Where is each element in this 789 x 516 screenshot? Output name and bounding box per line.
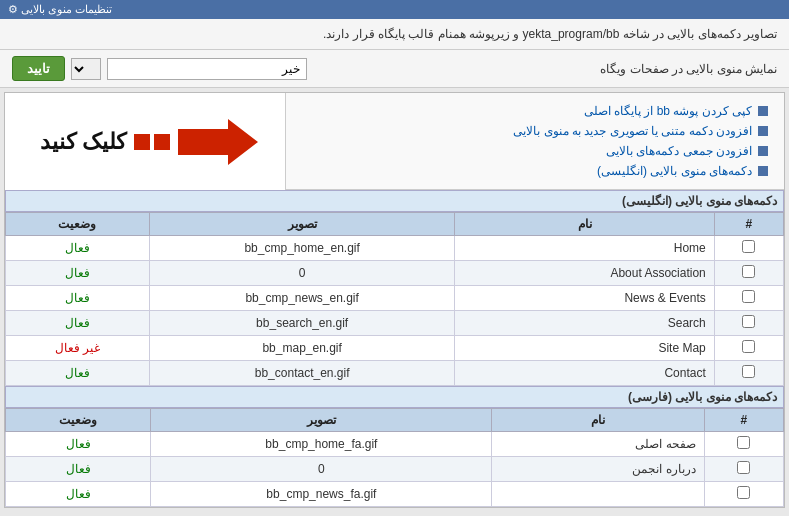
action-main-area: کپی کردن پوشه bb از پایگاه اصلی افزودن د… [5, 93, 784, 190]
col-name: نام [492, 409, 704, 432]
image-cell: bb_map_en.gif [149, 336, 455, 361]
checkbox-cell[interactable] [704, 482, 783, 507]
table-row: News & Events bb_cmp_news_en.gif فعال [6, 286, 784, 311]
action-link-copy[interactable]: کپی کردن پوشه bb از پایگاه اصلی [584, 104, 752, 118]
bullet-icon [758, 126, 768, 136]
click-prompt-area: کلیک کنید [5, 93, 285, 190]
table-row: Search bb_search_en.gif فعال [6, 311, 784, 336]
status-cell: فعال [6, 236, 150, 261]
status-cell: فعال [6, 432, 151, 457]
red-squares [134, 134, 170, 150]
table-row: Home bb_cmp_home_en.gif فعال [6, 236, 784, 261]
row-checkbox[interactable] [742, 290, 755, 303]
action-link-english[interactable]: دکمه‌های منوی بالایی (انگلیسی) [597, 164, 752, 178]
persian-section-title: دکمه‌های منوی بالایی (فارسی) [5, 386, 784, 408]
action-item-copy[interactable]: کپی کردن پوشه bb از پایگاه اصلی [302, 101, 768, 121]
english-section: دکمه‌های منوی بالایی (انگلیسی) # نام تصو… [5, 190, 784, 386]
checkbox-cell[interactable] [714, 361, 783, 386]
image-cell: bb_cmp_home_en.gif [149, 236, 455, 261]
name-cell: About Association [455, 261, 714, 286]
name-cell: Search [455, 311, 714, 336]
status-cell: غیر فعال [6, 336, 150, 361]
col-image: تصویر [151, 409, 492, 432]
action-item-add-group[interactable]: افزودن جمعی دکمه‌های بالایی [302, 141, 768, 161]
persian-table-header: # نام تصویر وضعیت [6, 409, 784, 432]
status-cell: فعال [6, 311, 150, 336]
status-cell: فعال [6, 482, 151, 507]
english-section-title: دکمه‌های منوی بالایی (انگلیسی) [5, 190, 784, 212]
status-cell: فعال [6, 286, 150, 311]
col-image: تصویر [149, 213, 455, 236]
control-input[interactable] [107, 58, 307, 80]
image-cell: bb_cmp_news_fa.gif [151, 482, 492, 507]
image-cell: bb_search_en.gif [149, 311, 455, 336]
svg-marker-0 [178, 119, 258, 165]
gear-icon: ⚙ [8, 3, 18, 15]
table-row: Contact bb_contact_en.gif فعال [6, 361, 784, 386]
checkbox-cell[interactable] [714, 236, 783, 261]
name-cell: Contact [455, 361, 714, 386]
action-list: کپی کردن پوشه bb از پایگاه اصلی افزودن د… [285, 93, 784, 190]
image-cell: 0 [151, 457, 492, 482]
name-cell: News & Events [455, 286, 714, 311]
arrow-right-icon [178, 117, 258, 167]
table-row: صفحه اصلی bb_cmp_home_fa.gif فعال [6, 432, 784, 457]
red-square-1 [134, 134, 150, 150]
status-cell: فعال [6, 457, 151, 482]
action-link-add-group[interactable]: افزودن جمعی دکمه‌های بالایی [606, 144, 752, 158]
table-row: About Association 0 فعال [6, 261, 784, 286]
col-status: وضعیت [6, 409, 151, 432]
row-checkbox[interactable] [742, 240, 755, 253]
top-bar-label: تنظیمات منوی بالایی [21, 3, 112, 15]
name-cell: Site Map [455, 336, 714, 361]
checkbox-cell[interactable] [704, 457, 783, 482]
row-checkbox[interactable] [742, 340, 755, 353]
checkbox-cell[interactable] [714, 261, 783, 286]
row-checkbox[interactable] [742, 315, 755, 328]
checkbox-cell[interactable] [704, 432, 783, 457]
english-table-header: # نام تصویر وضعیت [6, 213, 784, 236]
image-cell: bb_cmp_home_fa.gif [151, 432, 492, 457]
persian-table: # نام تصویر وضعیت صفحه اصلی bb_cmp_home_… [5, 408, 784, 507]
row-checkbox[interactable] [742, 265, 755, 278]
action-item-english[interactable]: دکمه‌های منوی بالایی (انگلیسی) [302, 161, 768, 181]
image-cell: bb_cmp_news_en.gif [149, 286, 455, 311]
persian-section: دکمه‌های منوی بالایی (فارسی) # نام تصویر… [5, 386, 784, 507]
control-right: تایید [12, 56, 307, 81]
name-cell [492, 482, 704, 507]
row-checkbox[interactable] [737, 436, 750, 449]
table-row: bb_cmp_news_fa.gif فعال [6, 482, 784, 507]
control-select[interactable] [71, 58, 101, 80]
action-item-add-image[interactable]: افزودن دکمه متنی یا تصویری جدید به منوی … [302, 121, 768, 141]
row-checkbox[interactable] [737, 461, 750, 474]
bullet-icon [758, 106, 768, 116]
col-num: # [714, 213, 783, 236]
col-status: وضعیت [6, 213, 150, 236]
red-square-2 [154, 134, 170, 150]
checkbox-cell[interactable] [714, 336, 783, 361]
bullet-icon [758, 166, 768, 176]
top-bar: ⚙ تنظیمات منوی بالایی [0, 0, 789, 19]
table-row: درباره انجمن 0 فعال [6, 457, 784, 482]
control-row: نمایش منوی بالایی در صفحات ویگاه تایید [0, 50, 789, 88]
row-checkbox[interactable] [737, 486, 750, 499]
checkbox-cell[interactable] [714, 311, 783, 336]
checkbox-cell[interactable] [714, 286, 783, 311]
info-row: تصاویر دکمه‌های بالایی در شاخه yekta_pro… [0, 19, 789, 50]
action-link-add-image[interactable]: افزودن دکمه متنی یا تصویری جدید به منوی … [513, 124, 752, 138]
name-cell: صفحه اصلی [492, 432, 704, 457]
status-cell: فعال [6, 261, 150, 286]
name-cell: Home [455, 236, 714, 261]
row-checkbox[interactable] [742, 365, 755, 378]
click-prompt-text: کلیک کنید [40, 129, 126, 155]
image-cell: 0 [149, 261, 455, 286]
name-cell: درباره انجمن [492, 457, 704, 482]
confirm-button[interactable]: تایید [12, 56, 65, 81]
info-text: تصاویر دکمه‌های بالایی در شاخه yekta_pro… [323, 27, 777, 41]
control-label: نمایش منوی بالایی در صفحات ویگاه [600, 62, 777, 76]
bullet-icon [758, 146, 768, 156]
col-num: # [704, 409, 783, 432]
col-name: نام [455, 213, 714, 236]
english-table: # نام تصویر وضعیت Home bb_cmp_home_en.gi… [5, 212, 784, 386]
status-cell: فعال [6, 361, 150, 386]
